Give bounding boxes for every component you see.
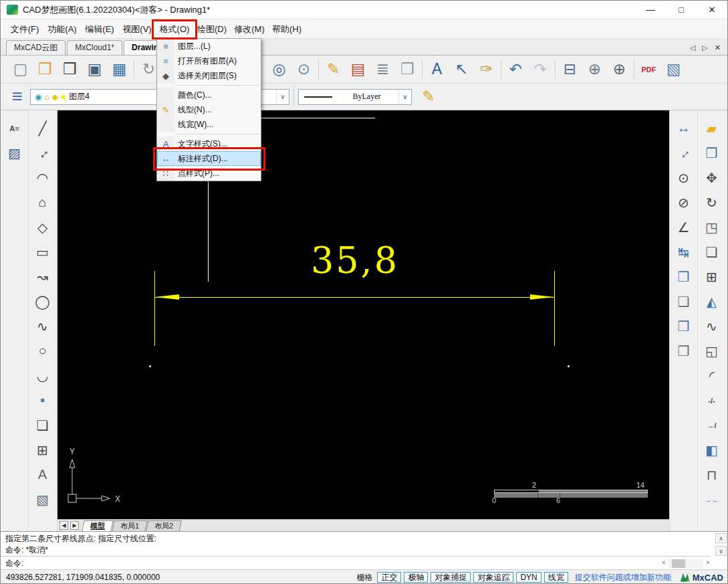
break-icon[interactable]: ⊓	[700, 462, 724, 487]
menu-item-layer[interactable]: ≡ 图层...(L)	[157, 39, 261, 54]
format-brush-icon[interactable]: ✑	[474, 58, 499, 82]
layout-tab-2[interactable]: 布局2	[146, 520, 182, 531]
ortho-toggle[interactable]: 正交	[377, 572, 401, 583]
scrollbar-thumb[interactable]	[672, 559, 685, 568]
menu-draw[interactable]: 绘图(D)	[193, 21, 231, 37]
layout-tab-model[interactable]: 模型	[82, 520, 113, 531]
layer-manager-icon[interactable]: ≡	[7, 87, 27, 107]
command-history[interactable]: 指定第二条尺寸界线原点: 指定尺寸线位置: 命令: *取消*	[1, 532, 711, 557]
scroll-right-icon[interactable]: >	[703, 559, 713, 568]
properties-icon[interactable]: ▤	[346, 58, 370, 82]
menu-modify[interactable]: 修改(M)	[231, 21, 268, 37]
raster-image-icon[interactable]: ▧	[31, 487, 55, 512]
tab-scroll-left-icon[interactable]: ◁	[690, 43, 695, 52]
move-icon[interactable]: ✥	[700, 165, 724, 190]
dim-continue-icon[interactable]: ↹	[672, 239, 696, 264]
erase-icon[interactable]: ▰	[700, 116, 724, 140]
undo-icon[interactable]: ↶	[503, 58, 528, 82]
menu-edit[interactable]: 编辑(E)	[81, 21, 118, 37]
menu-function[interactable]: 功能(A)	[43, 21, 81, 37]
tab-mxcad-cloud[interactable]: MxCAD云图	[6, 40, 66, 55]
chevron-down-icon[interactable]: ∨	[276, 90, 289, 104]
clean-screen-icon[interactable]: ❐	[395, 58, 420, 82]
polyline-icon[interactable]: ↝	[31, 264, 55, 289]
overlap-squares-icon-2[interactable]: ❏	[672, 289, 696, 314]
zoom-previous-icon[interactable]: ⊙	[291, 58, 316, 82]
text-style-icon[interactable]: A≡	[3, 116, 27, 140]
menu-item-color[interactable]: 颜色(C)...	[157, 88, 261, 102]
rectangle-icon[interactable]: ▭	[31, 239, 55, 264]
hatch-icon[interactable]: ▨	[3, 140, 27, 165]
offset-icon[interactable]: ❏	[700, 239, 724, 264]
fillet-icon[interactable]: ◜	[700, 363, 724, 388]
draw-order-icon[interactable]: ✎	[321, 58, 346, 82]
layout-prev-icon[interactable]: ◀	[59, 521, 68, 530]
layout-next-icon[interactable]: ▶	[70, 521, 79, 530]
curve-blend-icon[interactable]: ∿	[700, 314, 724, 338]
menu-item-open-all-layers[interactable]: ≡ 打开所有图层(A)	[157, 54, 261, 68]
elliptical-arc-icon[interactable]: ◡	[31, 363, 55, 388]
dyn-toggle[interactable]: DYN	[516, 572, 541, 583]
save-icon[interactable]: ▣	[82, 58, 107, 82]
pdf-export-icon[interactable]: PDF	[636, 58, 661, 82]
tab-scroll-right-icon[interactable]: ▷	[702, 43, 707, 52]
menu-file[interactable]: 文件(F)	[6, 21, 43, 37]
copy-icon[interactable]: ❐	[700, 140, 724, 165]
open-drawing-icon[interactable]: ❐	[33, 58, 57, 82]
save-as-icon[interactable]: ▦	[107, 58, 132, 82]
array-icon[interactable]: ⊞	[700, 264, 724, 289]
dim-angular-icon[interactable]: ∠	[672, 215, 696, 239]
mirror-icon[interactable]: ◭	[700, 289, 724, 314]
make-block-icon[interactable]: ⊞	[31, 437, 55, 462]
point-icon[interactable]: ▪	[31, 388, 55, 413]
quick-select-icon[interactable]: ↖	[449, 58, 474, 82]
insert-image-icon[interactable]: ▧	[661, 58, 686, 82]
close-button[interactable]: ✕	[697, 1, 727, 19]
tab-close-icon[interactable]: ✕	[715, 43, 721, 52]
chevron-down-icon[interactable]: ∨	[398, 90, 411, 104]
menu-item-select-close-layer[interactable]: ◆ 选择关闭图层(S)	[157, 68, 261, 83]
overlap-squares-icon-3[interactable]: ❒	[672, 314, 696, 338]
maximize-button[interactable]: □	[666, 1, 697, 19]
menu-help[interactable]: 帮助(H)	[268, 21, 306, 37]
extend-icon[interactable]: →/	[700, 413, 724, 437]
minimize-button[interactable]: —	[635, 1, 666, 19]
lineweight-toggle[interactable]: 线宽	[544, 572, 568, 583]
stretch-icon[interactable]: ◳	[700, 215, 724, 239]
closed-polyline-icon[interactable]: ◇	[31, 215, 55, 239]
scale-icon[interactable]: ◱	[700, 338, 724, 363]
scroll-up-icon[interactable]: ∧	[715, 533, 727, 543]
menu-item-lineweight[interactable]: 线宽(W)...	[157, 117, 261, 132]
menu-view[interactable]: 视图(V)	[118, 21, 156, 37]
layout-tab-1[interactable]: 布局1	[112, 520, 148, 531]
drawing-canvas[interactable]: 35,8 Y X 2 14 0 6	[57, 110, 669, 519]
ellipse-icon[interactable]: ○	[31, 338, 55, 363]
solids-icon[interactable]: ◧	[700, 437, 724, 462]
web-open-icon[interactable]: ⊕	[607, 58, 632, 82]
insert-block-icon[interactable]: ❏	[31, 413, 55, 437]
dim-diameter-icon[interactable]: ⊘	[672, 190, 696, 215]
web-publish-icon[interactable]: ⊕	[582, 58, 607, 82]
print-icon[interactable]: ⊟	[558, 58, 582, 82]
design-center-icon[interactable]: A	[424, 58, 449, 82]
linetype-edit-icon[interactable]: ✎	[417, 86, 440, 108]
command-prompt[interactable]: 命令:	[1, 559, 23, 568]
scroll-left-icon[interactable]: <	[659, 559, 669, 568]
tab-mxcloud1[interactable]: MxCloud1*	[67, 40, 122, 55]
zoom-extents-icon[interactable]: ◎	[267, 58, 291, 82]
overlap-squares-icon-4[interactable]: ❐	[672, 338, 696, 363]
trim-icon[interactable]: -/-	[700, 388, 724, 413]
overlap-squares-icon-1[interactable]: ❒	[672, 264, 696, 289]
text-icon[interactable]: A	[31, 462, 55, 487]
polygon-icon[interactable]: ⌂	[31, 190, 55, 215]
osnap-toggle[interactable]: 对象捕捉	[431, 572, 471, 583]
scroll-down-icon[interactable]: ∨	[715, 546, 727, 556]
otrack-toggle[interactable]: 对象追踪	[473, 572, 513, 583]
feedback-link[interactable]: 提交软件问题或增加新功能	[575, 572, 671, 583]
quick-text-icon[interactable]: ≣	[370, 58, 395, 82]
polar-toggle[interactable]: 极轴	[404, 572, 428, 583]
scrollbar-track[interactable]	[669, 559, 703, 568]
open-folder-icon[interactable]: ❒	[57, 58, 82, 82]
linetype-select[interactable]: ByLayer ∨	[298, 89, 412, 105]
new-file-icon[interactable]: ▢	[8, 58, 33, 82]
